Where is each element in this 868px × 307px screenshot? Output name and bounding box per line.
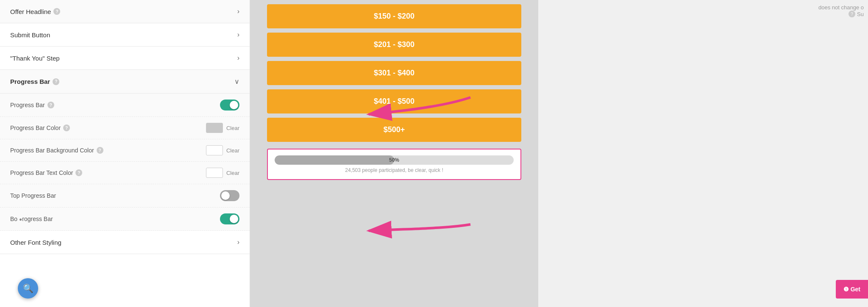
other-font-chevron: ›	[237, 238, 239, 246]
progress-bar-text-color-row: Progress Bar Text Color ? Clear	[0, 162, 250, 184]
top-progress-bar-label: Top Progress Bar	[10, 192, 56, 199]
top-progress-bar-row: Top Progress Bar	[0, 184, 250, 207]
search-icon: 🔍	[23, 283, 33, 293]
progress-bar-color-label: Progress Bar Color	[10, 124, 61, 131]
thank-you-label: "Thank You" Step	[10, 55, 60, 62]
progress-bar-text-color-box[interactable]	[206, 168, 223, 178]
offer-btn-150-200[interactable]: $150 - $200	[267, 4, 521, 28]
progress-bar-subtext: 24,503 people participated, be clear, qu…	[275, 167, 514, 173]
other-font-label: Other Font Styling	[10, 239, 61, 246]
sidebar-item-submit-button[interactable]: Submit Button ›	[0, 23, 250, 47]
thank-you-chevron: ›	[237, 54, 239, 62]
progress-bar-toggle-label: Progress Bar	[10, 102, 45, 108]
offer-btn-301-400[interactable]: $301 - $400	[267, 61, 521, 85]
search-fab[interactable]: 🔍	[18, 278, 38, 299]
progress-bar-bg-color-box[interactable]	[206, 145, 223, 155]
progress-bar-fill	[275, 155, 394, 165]
progress-bar-bg-color-label: Progress Bar Background Color	[10, 147, 94, 154]
progress-bar-text-color-label: Progress Bar Text Color	[10, 169, 73, 176]
progress-bar-toggle-row: Progress Bar ?	[0, 94, 250, 117]
sidebar-item-offer-headline[interactable]: Offer Headline ? ›	[0, 0, 250, 23]
progress-bar-text-color-help-icon[interactable]: ?	[75, 169, 82, 176]
offer-headline-help-icon[interactable]: ?	[53, 8, 60, 15]
settings-panel: Offer Headline ? › Submit Button › "Than…	[0, 0, 250, 307]
sidebar-item-thank-you[interactable]: "Thank You" Step ›	[0, 47, 250, 70]
offer-headline-chevron: ›	[237, 8, 239, 15]
sidebar-item-progress-bar[interactable]: Progress Bar ? ∨	[0, 70, 250, 94]
submit-button-chevron: ›	[237, 31, 239, 39]
progress-bar-bg-clear[interactable]: Clear	[226, 147, 239, 154]
bottom-progress-bar-toggle[interactable]	[220, 213, 239, 224]
support-help-icon: ?	[849, 11, 855, 17]
bottom-progress-bar-label: Bo ●rogress Bar	[10, 216, 53, 222]
progress-bar-color-row: Progress Bar Color ? Clear	[0, 117, 250, 139]
progress-bar-percent-label: 50%	[389, 157, 399, 163]
preview-panel: $150 - $200 $201 - $300 $301 - $400 $401…	[250, 0, 538, 307]
sidebar-item-other-font[interactable]: Other Font Styling ›	[0, 231, 250, 254]
progress-bar-color-clear[interactable]: Clear	[226, 125, 239, 131]
progress-bar-text-clear[interactable]: Clear	[226, 170, 239, 176]
offer-headline-label: Offer Headline	[10, 8, 51, 15]
offer-buttons-list: $150 - $200 $201 - $300 $301 - $400 $401…	[267, 4, 521, 142]
progress-bar-toggle-help-icon[interactable]: ?	[47, 102, 54, 108]
progress-bar-toggle[interactable]	[220, 100, 239, 111]
right-panel-text: does not change o ? Su	[818, 4, 864, 17]
offer-btn-201-300[interactable]: $201 - $300	[267, 33, 521, 57]
bottom-progress-bar-row: Bo ●rogress Bar	[0, 207, 250, 231]
top-progress-bar-toggle[interactable]	[220, 190, 239, 201]
progress-bar-bg-swatch: Clear	[206, 145, 239, 155]
progress-bar-color-help-icon[interactable]: ?	[63, 124, 70, 131]
progress-bar-track: 50%	[275, 155, 514, 165]
progress-bar-section-label: Progress Bar	[10, 78, 50, 85]
submit-button-label: Submit Button	[10, 31, 50, 39]
progress-bar-text-swatch: Clear	[206, 168, 239, 178]
progress-bar-color-box[interactable]	[206, 123, 223, 133]
offer-btn-401-500[interactable]: $401 - $500	[267, 89, 521, 113]
offer-btn-500-plus[interactable]: $500+	[267, 118, 521, 142]
progress-bar-section-help-icon[interactable]: ?	[53, 78, 59, 85]
progress-bar-section-chevron: ∨	[234, 77, 239, 86]
right-panel: does not change o ? Su ❶ Get	[538, 0, 868, 307]
progress-bar-bg-color-row: Progress Bar Background Color ? Clear	[0, 139, 250, 162]
progress-bar-preview: 50% 24,503 people participated, be clear…	[267, 149, 521, 180]
progress-bar-bg-color-help-icon[interactable]: ?	[97, 147, 103, 154]
progress-bar-color-swatch: Clear	[206, 123, 239, 133]
get-button[interactable]: ❶ Get	[836, 280, 868, 299]
